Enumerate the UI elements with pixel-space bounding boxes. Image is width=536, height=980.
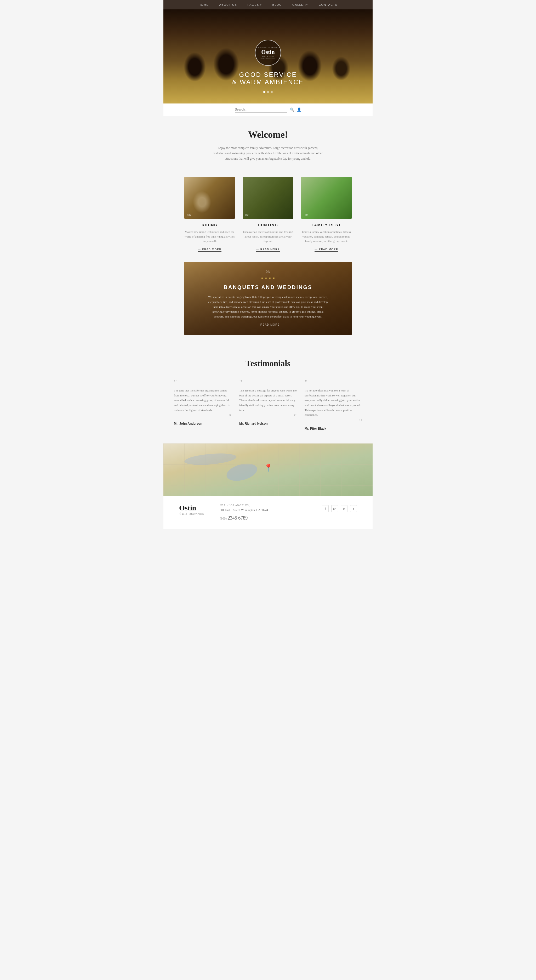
search-input[interactable] [235,107,287,113]
testimonials-section: Testimonials " The tone that is set for … [163,345,373,444]
logo-since: SINCE 1952 [262,56,274,57]
welcome-description: Enjoy the most complete family adventure… [213,145,323,161]
nav-contacts[interactable]: CONTACTS [319,3,338,6]
service-hunting-desc: Discover all secrets of hunting and fowl… [242,230,293,243]
footer-social: f g+ in t [322,504,357,512]
hero-section: BIG TEXAS RANCHO Ostin SINCE 1952 HORSEB… [163,10,373,103]
logo: BIG TEXAS RANCHO Ostin SINCE 1952 HORSEB… [255,40,281,66]
testimonial-1-text: The tone that is set for the organizatio… [174,388,231,412]
testimonial-3: " It's not too often that you see a team… [305,379,362,430]
nav-blog[interactable]: BLOG [272,3,282,6]
footer-brand: Ostin © 2016 | Privacy Policy [179,504,204,515]
star-2: ★ [265,276,268,280]
service-riding-num: 01/ [187,213,191,216]
nav-gallery[interactable]: GALLERY [292,3,308,6]
quote-close-1: " [174,415,231,418]
testimonial-3-author: Mr. Piter Black [305,427,362,430]
search-bar: 🔍 👤 [163,103,373,116]
footer-address-label: USA - LOS ANGELES, [220,504,306,507]
service-riding-desc: Master new riding techniques and open th… [184,230,235,243]
service-family: 03/ FAMILY REST Enjoy a family vacation … [301,177,352,251]
service-family-readmore[interactable]: READ MORE [314,248,338,252]
social-linkedin[interactable]: in [341,505,348,512]
quote-open-2: " [239,379,297,386]
quote-close-3: " [305,420,362,424]
testimonial-2-text: This resort is a must go for anyone who … [239,388,297,412]
welcome-section: Welcome! Enjoy the most complete family … [163,116,373,172]
hero-tagline-line1: GOOD SERVICE [232,71,303,78]
banquet-readmore[interactable]: READ MORE [256,323,280,327]
services-grid: 01/ RIDING Master new riding techniques … [163,172,373,262]
testimonial-1: " The tone that is set for the organizat… [174,379,231,430]
banquet-description: We specialize in events ranging from 16 … [208,294,328,319]
star-4: ★ [273,276,275,280]
social-facebook[interactable]: f [322,505,329,512]
hero-dot-2[interactable] [267,91,269,93]
quote-open-3: " [305,379,362,386]
quote-close-2: " [239,415,297,418]
footer-phone: (800) 2345 6789 [220,515,306,521]
logo-bottom-text: HORSEBACK RIDING [260,57,275,59]
service-hunting-image: 02/ [242,177,293,219]
service-hunting-num: 02/ [245,213,249,216]
hero-dot-3[interactable] [271,91,273,93]
star-3: ★ [268,276,271,280]
banquet-title: BANQUETS AND WEDDINGS [224,284,313,290]
social-googleplus[interactable]: g+ [331,505,338,512]
service-riding-image: 01/ [184,177,235,219]
service-hunting-title: HUNTING [242,223,293,227]
quote-open-1: " [174,379,231,386]
user-icon[interactable]: 👤 [297,107,301,112]
service-family-image: 03/ [301,177,352,219]
banquet-stars: ★ ★ ★ ★ [261,276,275,280]
map-section[interactable]: 📍 [163,444,373,496]
service-family-desc: Enjoy a family vacation or holiday, fitn… [301,230,352,243]
hero-tagline-line2: & WARM AMBIENCE [232,78,303,86]
star-1: ★ [261,276,263,280]
testimonial-2-author: Mr. Richard Nelson [239,422,297,425]
testimonials-grid: " The tone that is set for the organizat… [174,379,362,430]
testimonial-1-author: Mr. John Anderson [174,422,231,425]
footer-phone-main: 2345 6789 [228,515,248,520]
service-riding: 01/ RIDING Master new riding techniques … [184,177,235,251]
testimonial-2: " This resort is a must go for anyone wh… [239,379,297,430]
search-icon[interactable]: 🔍 [290,107,294,112]
banquet-section: 04/ ★ ★ ★ ★ BANQUETS AND WEDDINGS We spe… [184,262,352,335]
footer-logo: Ostin [179,504,204,512]
nav-about[interactable]: ABOUT US [219,3,237,6]
footer-address: USA - LOS ANGELES, 901 East E Street, Wi… [220,504,306,521]
map-pin: 📍 [264,463,273,472]
footer-phone-small: (800) [220,517,227,520]
footer-address-detail: 901 East E Street, Wilmington, CA 90744 [220,508,306,512]
testimonials-title: Testimonials [174,358,362,368]
service-riding-title: RIDING [184,223,235,227]
nav-home[interactable]: HOME [198,3,209,6]
hero-dot-1[interactable] [263,91,265,93]
nav-pages[interactable]: PAGES [247,3,262,6]
service-hunting: 02/ HUNTING Discover all secrets of hunt… [242,177,293,251]
hero-dots[interactable] [263,91,273,93]
footer: Ostin © 2016 | Privacy Policy USA - LOS … [163,496,373,529]
navigation: HOME ABOUT US PAGES BLOG GALLERY CONTACT… [163,0,373,10]
social-twitter[interactable]: t [350,505,357,512]
service-riding-readmore[interactable]: READ MORE [198,248,222,252]
service-family-num: 03/ [304,213,308,216]
footer-copyright: © 2016 | Privacy Policy [179,512,204,515]
welcome-title: Welcome! [169,129,367,140]
testimonial-3-text: It's not too often that you see a team o… [305,388,362,417]
service-hunting-readmore[interactable]: READ MORE [256,248,280,252]
service-family-title: FAMILY REST [301,223,352,227]
hero-tagline: GOOD SERVICE & WARM AMBIENCE [232,71,303,86]
logo-brand: Ostin [261,49,274,56]
banquet-num: 04/ [266,270,270,274]
